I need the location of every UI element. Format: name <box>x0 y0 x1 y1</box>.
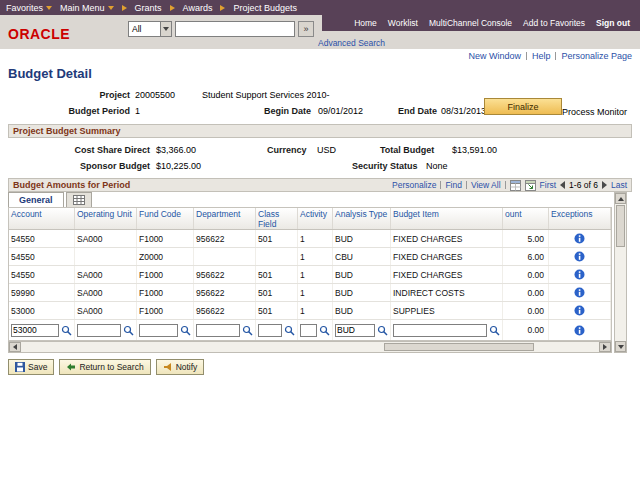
column-header-amount[interactable]: ount <box>503 208 549 229</box>
show-all-columns-tab[interactable] <box>66 192 92 207</box>
worklist-link[interactable]: Worklist <box>388 18 418 28</box>
scroll-up-arrow[interactable] <box>615 193 626 204</box>
horizontal-scrollbar[interactable] <box>8 341 612 353</box>
sign-out-link[interactable]: Sign out <box>596 18 630 28</box>
exception-info-icon[interactable] <box>574 325 585 336</box>
lookup-icon[interactable] <box>319 325 330 336</box>
cell-class-field: 501 <box>256 284 298 301</box>
advanced-search-link[interactable]: Advanced Search <box>318 38 385 48</box>
exception-info-icon[interactable] <box>574 233 585 244</box>
search-bar: All » <box>128 21 314 37</box>
zoom-grid-icon[interactable] <box>510 180 521 191</box>
personalize-link[interactable]: Personalize <box>392 180 436 190</box>
return-to-search-button[interactable]: Return to Search <box>59 359 150 375</box>
cell-operating-unit: SA000 <box>75 284 137 301</box>
cell-operating-unit: SA000 <box>75 266 137 283</box>
vertical-scrollbar[interactable] <box>614 192 627 353</box>
favorites-menu-label: Favorites <box>6 3 43 13</box>
scrollbar-thumb[interactable] <box>384 343 534 351</box>
add-to-favorites-link[interactable]: Add to Favorites <box>523 18 585 28</box>
budget-grid: Account Operating Unit Fund Code Departm… <box>8 207 612 341</box>
table-row: 59990 SA000 F1000 956622 501 1 BUD INDIR… <box>9 284 611 302</box>
edit-cell-activity <box>298 320 333 340</box>
column-header-activity[interactable]: Activity <box>298 208 333 229</box>
lookup-icon[interactable] <box>123 325 134 336</box>
chevron-down-icon <box>163 27 169 31</box>
view-all-link[interactable]: View All <box>471 180 501 190</box>
favorites-menu[interactable]: Favorites <box>6 3 52 13</box>
help-link[interactable]: Help <box>532 51 551 61</box>
breadcrumb-grants[interactable]: Grants <box>135 3 162 13</box>
search-scope-value: All <box>132 24 141 34</box>
tab-general[interactable]: General <box>8 192 64 207</box>
lookup-icon[interactable] <box>284 325 295 336</box>
lookup-icon[interactable] <box>242 325 253 336</box>
finalize-button[interactable]: Finalize <box>484 98 562 115</box>
column-header-class-field[interactable]: Class Field <box>256 208 298 229</box>
department-input[interactable] <box>196 324 240 337</box>
column-header-budget-item[interactable]: Budget Item <box>391 208 503 229</box>
save-button[interactable]: Save <box>8 359 54 375</box>
budget-item-input[interactable] <box>393 324 487 337</box>
scroll-down-arrow[interactable] <box>615 341 626 352</box>
home-link[interactable]: Home <box>354 18 377 28</box>
return-to-search-icon <box>66 362 76 372</box>
analysis-type-input[interactable] <box>335 324 375 337</box>
class-field-input[interactable] <box>258 324 282 337</box>
lookup-icon[interactable] <box>377 325 388 336</box>
cell-analysis-type: BUD <box>333 284 391 301</box>
multichannel-console-link[interactable]: MultiChannel Console <box>429 18 512 28</box>
lookup-icon[interactable] <box>180 325 191 336</box>
personalize-page-link[interactable]: Personalize Page <box>561 51 632 61</box>
table-header-row: Account Operating Unit Fund Code Departm… <box>9 208 611 230</box>
column-header-exceptions[interactable]: Exceptions <box>549 208 611 229</box>
next-rows-icon[interactable] <box>602 181 607 189</box>
exception-info-icon[interactable] <box>574 305 585 316</box>
column-header-fund-code[interactable]: Fund Code <box>137 208 194 229</box>
scroll-right-arrow[interactable] <box>599 342 611 352</box>
separator <box>440 181 441 189</box>
previous-rows-icon[interactable] <box>560 181 565 189</box>
exception-info-icon[interactable] <box>574 287 585 298</box>
search-go-button[interactable]: » <box>298 21 314 37</box>
edit-cell-department <box>194 320 256 340</box>
activity-input[interactable] <box>300 324 317 337</box>
column-header-operating-unit[interactable]: Operating Unit <box>75 208 137 229</box>
main-menu[interactable]: Main Menu <box>60 3 114 13</box>
cell-analysis-type: BUD <box>333 302 391 319</box>
exception-info-icon[interactable] <box>574 251 585 262</box>
account-input[interactable] <box>11 324 59 337</box>
operating-unit-input[interactable] <box>77 324 121 337</box>
lookup-icon[interactable] <box>61 325 72 336</box>
new-window-link[interactable]: New Window <box>468 51 521 61</box>
grid-section-header: Budget Amounts for Period Personalize Fi… <box>8 178 632 192</box>
column-header-account[interactable]: Account <box>9 208 75 229</box>
cell-department <box>194 248 256 265</box>
breadcrumb-awards[interactable]: Awards <box>183 3 213 13</box>
lookup-icon[interactable] <box>489 325 500 336</box>
fund-code-input[interactable] <box>139 324 178 337</box>
exception-info-icon[interactable] <box>574 269 585 280</box>
notify-button[interactable]: Notify <box>156 359 205 375</box>
footer-toolbar: Save Return to Search Notify <box>8 359 204 375</box>
process-monitor-link[interactable]: Process Monitor <box>562 107 627 117</box>
scrollbar-thumb[interactable] <box>616 205 625 247</box>
arrow-right-icon <box>603 344 607 350</box>
cell-account: 53000 <box>9 302 75 319</box>
column-header-department[interactable]: Department <box>194 208 256 229</box>
cell-amount: 0.00 <box>503 284 549 301</box>
last-link[interactable]: Last <box>611 180 627 190</box>
column-header-analysis-type[interactable]: Analysis Type <box>333 208 391 229</box>
total-budget-label: Total Budget <box>380 145 434 155</box>
first-link[interactable]: First <box>540 180 557 190</box>
find-link[interactable]: Find <box>445 180 462 190</box>
chevron-down-icon[interactable] <box>160 22 171 36</box>
search-scope-select[interactable]: All <box>128 21 172 37</box>
breadcrumb-project-budgets[interactable]: Project Budgets <box>233 3 297 13</box>
download-to-excel-icon[interactable] <box>525 180 536 191</box>
arrow-down-icon <box>618 345 624 349</box>
cell-department: 956622 <box>194 284 256 301</box>
edit-cell-budget-item <box>391 320 503 340</box>
search-input[interactable] <box>175 21 295 37</box>
scroll-left-arrow[interactable] <box>9 342 21 352</box>
